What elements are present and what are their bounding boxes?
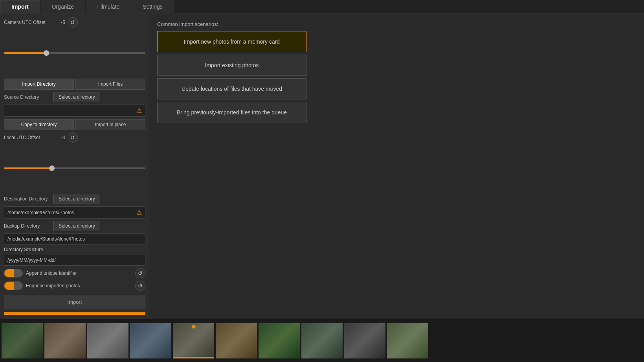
local-utc-row: Local UTC Offset -4 ↺	[4, 132, 145, 143]
film-underline-indicator	[173, 357, 214, 358]
film-thumb-8[interactable]	[301, 323, 343, 358]
camera-utc-label: Camera UTC Offset	[4, 20, 51, 25]
film-thumb-3[interactable]	[87, 323, 128, 358]
copy-to-directory-button[interactable]: Copy to directory	[4, 119, 74, 130]
tab-filmulate[interactable]: Filmulate	[86, 0, 131, 13]
film-thumb-10[interactable]	[387, 323, 428, 358]
directory-structure-text: /yyyy/MM/yyyy-MM-dd/	[7, 257, 56, 263]
tab-organize[interactable]: Organize	[40, 0, 86, 13]
append-identifier-label: Append unique identifier	[26, 270, 132, 276]
right-panel: Common import scenarios: Import new phot…	[149, 13, 644, 319]
scenario-update-locations-button[interactable]: Update locations of files that have move…	[157, 78, 306, 99]
destination-directory-row: Destination Directory Select a directory	[4, 194, 145, 204]
camera-utc-slider-container	[4, 30, 145, 76]
left-panel: Camera UTC Offset -5 ↺ Import Directory …	[0, 13, 149, 319]
local-utc-slider-container	[4, 145, 145, 191]
film-thumb-7[interactable]	[259, 323, 300, 358]
filmstrip	[0, 319, 644, 362]
enqueue-photos-label: Enqueue imported photos	[26, 283, 132, 288]
source-directory-label: Source Directory	[4, 94, 51, 100]
local-utc-slider[interactable]	[4, 167, 145, 169]
scenario-existing-photos-button[interactable]: Import existing photos	[157, 55, 306, 76]
main-content: Camera UTC Offset -5 ↺ Import Directory …	[0, 13, 644, 319]
import-in-place-button[interactable]: Import in place	[75, 119, 145, 130]
camera-utc-reset-button[interactable]: ↺	[68, 17, 78, 28]
camera-utc-slider[interactable]	[4, 52, 145, 54]
enqueue-toggle-on-part	[4, 282, 14, 290]
destination-path-display: /home/example/Pictures/Photos ⚠	[4, 206, 145, 219]
destination-directory-label: Destination Directory	[4, 196, 51, 202]
film-thumb-5[interactable]	[173, 323, 214, 358]
camera-utc-value: -5	[53, 20, 65, 25]
tab-settings[interactable]: Settings	[131, 0, 174, 13]
directory-structure-value[interactable]: /yyyy/MM/yyyy-MM-dd/	[4, 255, 145, 266]
enqueue-photos-row: Enqueue imported photos ↺	[4, 281, 145, 291]
source-warning-icon: ⚠	[136, 107, 142, 114]
tab-import[interactable]: Import	[0, 0, 40, 13]
destination-directory-select-button[interactable]: Select a directory	[53, 194, 100, 204]
source-directory-select-button[interactable]: Select a directory	[53, 92, 100, 102]
copy-mode-row: Copy to directory Import in place	[4, 119, 145, 130]
local-utc-label: Local UTC Offset	[4, 135, 51, 140]
camera-utc-row: Camera UTC Offset -5 ↺	[4, 17, 145, 28]
backup-directory-label: Backup Directory	[4, 223, 51, 229]
toggle-on-part	[4, 269, 14, 277]
scenarios-label: Common import scenarios:	[157, 21, 636, 27]
import-type-row: Import Directory Import Files	[4, 79, 145, 90]
source-path-display: ⚠	[4, 105, 145, 117]
orange-progress-bar	[4, 312, 145, 315]
scenario-previously-imported-button[interactable]: Bring previously-imported files into the…	[157, 102, 306, 123]
destination-path-text: /home/example/Pictures/Photos	[7, 210, 74, 215]
backup-directory-row: Backup Directory Select a directory	[4, 221, 145, 231]
enqueue-photos-toggle[interactable]	[4, 281, 23, 290]
local-utc-reset-button[interactable]: ↺	[68, 132, 78, 143]
source-directory-row: Source Directory Select a directory	[4, 92, 145, 102]
local-utc-value: -4	[53, 135, 65, 140]
append-identifier-toggle[interactable]	[4, 269, 23, 277]
destination-warning-icon: ⚠	[136, 209, 142, 216]
enqueue-toggle-off-part	[14, 282, 22, 290]
toggle-off-part	[14, 269, 22, 277]
film-thumb-9[interactable]	[344, 323, 385, 358]
import-button[interactable]: Import	[4, 295, 145, 309]
film-thumb-2[interactable]	[44, 323, 86, 358]
import-directory-button[interactable]: Import Directory	[4, 79, 74, 90]
directory-structure-label: Directory Structure	[4, 247, 145, 252]
backup-path-text: /media/example/StandsAlone/Photos	[7, 236, 85, 242]
enqueue-reset-button[interactable]: ↺	[135, 281, 145, 291]
backup-directory-select-button[interactable]: Select a directory	[53, 221, 100, 231]
tab-bar: Import Organize Filmulate Settings	[0, 0, 644, 13]
scenario-memory-card-button[interactable]: Import new photos from a memory card	[157, 31, 306, 52]
film-thumb-1[interactable]	[2, 323, 43, 358]
append-identifier-reset-button[interactable]: ↺	[135, 268, 145, 278]
film-thumb-6[interactable]	[216, 323, 257, 358]
backup-path-display: /media/example/StandsAlone/Photos	[4, 233, 145, 244]
import-files-button[interactable]: Import Files	[75, 79, 145, 90]
film-thumb-4[interactable]	[130, 323, 171, 358]
film-dot-indicator	[192, 325, 196, 329]
append-identifier-row: Append unique identifier ↺	[4, 268, 145, 278]
